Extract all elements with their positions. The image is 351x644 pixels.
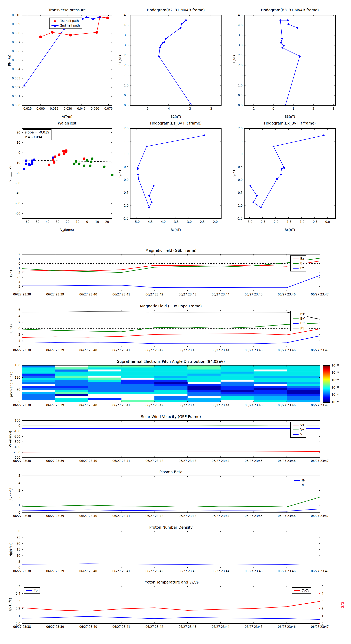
svg-text:-1.5: -1.5 [123, 217, 128, 220]
svg-text:06/27 23:39: 06/27 23:39 [46, 293, 64, 296]
svg-text:-1.0: -1.0 [237, 204, 243, 208]
svg-text:0.001: 0.001 [12, 95, 20, 98]
svg-text:-30: -30 [15, 182, 20, 185]
svg-text:0: 0 [18, 566, 20, 570]
svg-text:-2.5: -2.5 [199, 220, 205, 224]
hodogram-b3b1-ylabel: B1(nT) [232, 55, 236, 66]
pitch-angle-heatmap: 06/27 23:3806/27 23:3906/27 23:4006/27 2… [22, 365, 320, 402]
hodogram-bzby-ylabel: By(nT) [118, 168, 122, 179]
legend-entry: |B| [293, 326, 305, 330]
svg-text:06/27 23:38: 06/27 23:38 [13, 404, 31, 407]
svg-text:06/27 23:40: 06/27 23:40 [79, 293, 97, 296]
svg-text:10: 10 [16, 141, 20, 144]
svg-text:-100: -100 [14, 430, 20, 433]
legend-label: βₚ [302, 478, 305, 482]
svg-text:0: 0 [18, 262, 20, 266]
svg-text:2: 2 [18, 252, 20, 256]
svg-text:3: 3 [18, 489, 20, 492]
svg-text:06/27 23:47: 06/27 23:47 [311, 404, 329, 407]
mag-fr-ylabel: B(nT) [9, 324, 13, 332]
svg-text:-2: -2 [17, 333, 20, 336]
svg-text:06/27 23:45: 06/27 23:45 [245, 293, 263, 296]
legend-entry: Tp [26, 588, 38, 593]
panel-title-solar-wind: Solar Wind Velocity (GSE Frame) [22, 414, 320, 419]
svg-text:06/27 23:43: 06/27 23:43 [179, 293, 196, 296]
svg-text:3: 3 [333, 107, 335, 110]
svg-text:-500: -500 [14, 450, 20, 454]
svg-text:-60: -60 [24, 220, 29, 224]
svg-text:15: 15 [16, 548, 20, 551]
plasma-beta-legend: βₚ β [292, 477, 307, 488]
svg-text:-1: -1 [252, 107, 255, 110]
black-line-sample [293, 328, 299, 328]
legend-entry: Vx [293, 423, 304, 428]
panel-title-proton-temperature: Proton Temperature and Tₑ/Tₚ [22, 580, 320, 584]
svg-text:2: 2 [322, 607, 324, 610]
legend-entry: By' [293, 316, 305, 321]
svg-text:-1: -1 [17, 266, 20, 270]
mag-gse-ylabel: B(nT) [9, 268, 13, 277]
transverse-pressure-ylabel: Pt(nPa) [7, 55, 11, 66]
hodogram-bxby-xlabel: Bx(nT) [244, 228, 336, 232]
svg-text:-6: -6 [17, 290, 20, 293]
legend-entry: β [294, 482, 305, 487]
svg-text:4: 4 [18, 482, 20, 485]
svg-text:-5: -5 [146, 107, 149, 110]
svg-text:60: 60 [16, 388, 20, 392]
svg-text:-400: -400 [14, 445, 20, 449]
svg-text:3.5: 3.5 [124, 34, 128, 37]
svg-text:0: 0 [18, 151, 20, 154]
blue-line-sample [26, 590, 32, 591]
svg-text:5: 5 [18, 474, 20, 478]
svg-text:-2.0: -2.0 [212, 220, 218, 224]
svg-text:06/27 23:40: 06/27 23:40 [79, 404, 97, 407]
svg-text:20: 20 [105, 220, 109, 224]
svg-text:06/27 23:45: 06/27 23:45 [245, 404, 263, 407]
tp-legend: Tp [24, 587, 40, 594]
svg-text:06/27 23:44: 06/27 23:44 [212, 293, 229, 296]
legend-entry: Tₑ/Tₚ [294, 588, 309, 593]
legend-label: By' [300, 317, 305, 320]
svg-text:0.4: 0.4 [15, 592, 20, 596]
svg-text:0: 0 [18, 511, 20, 514]
svg-text:25: 25 [16, 536, 20, 539]
panel-title-plasma-beta: Plasma Beta [22, 470, 320, 474]
svg-text:0.075: 0.075 [104, 107, 113, 110]
svg-text:06/27 23:43: 06/27 23:43 [179, 348, 196, 352]
svg-text:0.5: 0.5 [238, 165, 243, 169]
svg-text:-0.5: -0.5 [312, 220, 318, 224]
svg-text:06/27 23:39: 06/27 23:39 [46, 514, 64, 518]
svg-text:06/27 23:38: 06/27 23:38 [13, 348, 31, 352]
svg-text:06/27 23:47: 06/27 23:47 [311, 293, 329, 296]
walen-test-xlabel: VA(km/s) [22, 228, 112, 232]
legend-entry: ● 1st half path [51, 18, 80, 23]
svg-text:0.030: 0.030 [63, 107, 72, 110]
svg-text:2.0: 2.0 [124, 127, 128, 130]
svg-text:06/27 23:47: 06/27 23:47 [311, 348, 329, 352]
svg-text:4: 4 [322, 592, 324, 596]
panel-title-pitch-angle: Suprathermal Electrons Pitch Angle Distr… [22, 359, 320, 364]
panel-title-transverse-pressure: Transverse pressure [22, 8, 112, 12]
svg-text:06/27 23:44: 06/27 23:44 [212, 514, 229, 518]
svg-text:0.3: 0.3 [15, 599, 20, 603]
svg-text:-300: -300 [14, 440, 20, 444]
hodogram-bxby-ylabel: By(nT) [232, 168, 236, 179]
svg-text:06/27 23:42: 06/27 23:42 [145, 459, 163, 463]
svg-text:0: 0 [86, 220, 88, 224]
svg-text:0.009: 0.009 [12, 22, 20, 26]
legend-label: 2nd half path [60, 24, 80, 27]
transverse-pressure-legend: ● 1st half path ▲ 2nd half path [49, 18, 82, 29]
plasma-beta-ylabel: βₚ and β [9, 488, 13, 500]
blue-triangle-line-sample: ▲ [51, 24, 58, 27]
proton-density-plot: 06/27 23:3806/27 23:3906/27 23:4006/27 2… [22, 531, 320, 568]
svg-text:06/27 23:44: 06/27 23:44 [212, 625, 229, 628]
svg-text:06/27 23:42: 06/27 23:42 [145, 570, 163, 573]
hodogram-b2b1-ylabel: B1(nT) [118, 55, 122, 66]
green-line-sample [293, 318, 299, 319]
multi-panel-figure: { "times": ["06/27 23:38","06/27 23:39",… [0, 0, 351, 644]
svg-text:06/27 23:39: 06/27 23:39 [46, 404, 64, 407]
pitch-angle-ylabel: pitch angle (deg) [9, 370, 13, 397]
svg-text:4.5: 4.5 [238, 14, 243, 17]
svg-text:0.006: 0.006 [12, 50, 20, 53]
svg-text:2: 2 [18, 321, 20, 324]
